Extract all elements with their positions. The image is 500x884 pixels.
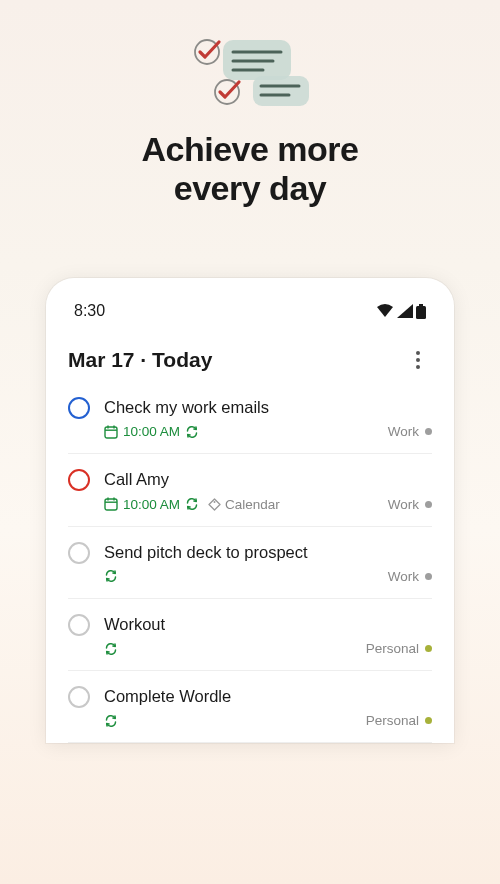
task-meta: 10:00 AMCalendarWork (104, 497, 432, 512)
task-checkbox[interactable] (68, 614, 90, 636)
recurring-icon (185, 497, 199, 511)
task-meta-left (104, 642, 360, 656)
task-meta: Work (104, 569, 432, 584)
task-meta-left (104, 569, 382, 583)
task-list: Check my work emails10:00 AMWorkCall Amy… (46, 388, 454, 743)
task-recurring (104, 642, 118, 656)
task-title: Check my work emails (104, 396, 432, 418)
svg-point-12 (416, 358, 420, 362)
hero-title: Achieve more every day (0, 130, 500, 208)
task-title: Send pitch deck to prospect (104, 541, 432, 563)
task-meta: Personal (104, 713, 432, 728)
task-title: Workout (104, 613, 432, 635)
task-body: Complete WordlePersonal (104, 685, 432, 728)
recurring-icon (104, 714, 118, 728)
recurring-icon (104, 642, 118, 656)
task-recurring (185, 425, 199, 439)
status-time: 8:30 (74, 302, 105, 320)
task-item[interactable]: Send pitch deck to prospectWork (68, 527, 432, 599)
task-meta-left: 10:00 AM (104, 424, 382, 439)
task-item[interactable]: Complete WordlePersonal (68, 671, 432, 743)
phone-frame: 8:30 Mar 17 · Today Check my work emails… (46, 278, 454, 743)
svg-point-22 (214, 501, 216, 503)
task-title: Call Amy (104, 468, 432, 490)
task-meta: Personal (104, 641, 432, 656)
more-vertical-icon (416, 351, 420, 369)
page-title: Mar 17 · Today (68, 348, 212, 372)
task-meta-left (104, 714, 360, 728)
task-checkbox[interactable] (68, 542, 90, 564)
task-project: Work (388, 424, 432, 439)
task-extra-tag: Calendar (208, 497, 280, 512)
svg-rect-14 (105, 427, 117, 438)
task-body: Send pitch deck to prospectWork (104, 541, 432, 584)
task-checkbox[interactable] (68, 686, 90, 708)
task-time: 10:00 AM (104, 424, 180, 439)
svg-rect-4 (253, 76, 309, 106)
svg-rect-9 (419, 304, 423, 306)
project-dot-icon (425, 645, 432, 652)
task-recurring (185, 497, 199, 511)
svg-rect-10 (416, 306, 426, 319)
tag-icon (208, 498, 221, 511)
task-project: Work (388, 497, 432, 512)
svg-point-11 (416, 351, 420, 355)
project-dot-icon (425, 428, 432, 435)
task-checkbox[interactable] (68, 469, 90, 491)
task-item[interactable]: WorkoutPersonal (68, 599, 432, 671)
svg-rect-18 (105, 499, 117, 510)
task-title: Complete Wordle (104, 685, 432, 707)
calendar-icon (104, 497, 118, 511)
signal-icon (397, 304, 413, 318)
wifi-icon (376, 304, 394, 318)
task-project: Personal (366, 641, 432, 656)
recurring-icon (185, 425, 199, 439)
task-item[interactable]: Check my work emails10:00 AMWork (68, 388, 432, 454)
svg-point-13 (416, 365, 420, 369)
hero-illustration (0, 0, 500, 112)
battery-icon (416, 304, 426, 319)
task-body: WorkoutPersonal (104, 613, 432, 656)
task-meta-left: 10:00 AMCalendar (104, 497, 382, 512)
status-bar: 8:30 (46, 278, 454, 328)
task-project: Personal (366, 713, 432, 728)
status-icons (376, 304, 426, 319)
task-meta: 10:00 AMWork (104, 424, 432, 439)
task-body: Call Amy10:00 AMCalendarWork (104, 468, 432, 511)
task-body: Check my work emails10:00 AMWork (104, 396, 432, 439)
task-item[interactable]: Call Amy10:00 AMCalendarWork (68, 454, 432, 526)
project-dot-icon (425, 717, 432, 724)
recurring-icon (104, 569, 118, 583)
header-row: Mar 17 · Today (46, 328, 454, 388)
project-dot-icon (425, 573, 432, 580)
task-checkbox[interactable] (68, 397, 90, 419)
more-options-button[interactable] (404, 346, 432, 374)
task-recurring (104, 714, 118, 728)
task-time: 10:00 AM (104, 497, 180, 512)
task-recurring (104, 569, 118, 583)
project-dot-icon (425, 501, 432, 508)
task-project: Work (388, 569, 432, 584)
calendar-icon (104, 425, 118, 439)
